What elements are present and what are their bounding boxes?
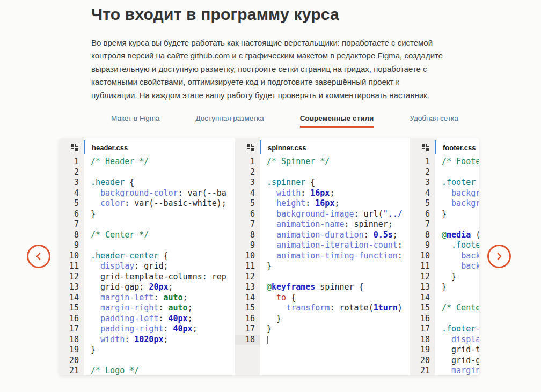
grid-icon[interactable] <box>422 144 430 152</box>
line-number: 6 <box>59 209 84 220</box>
line-number: 10 <box>59 251 84 262</box>
tab-1[interactable]: Макет в Figma <box>111 114 159 128</box>
code-area[interactable]: footer.css/* Foote.footer backgr backgr}… <box>435 138 479 375</box>
file-name: spinner.css <box>268 144 306 152</box>
line-number: 1 <box>410 157 435 167</box>
code-line: to { <box>260 293 410 304</box>
line-number: 17 <box>235 324 260 335</box>
line-number: 2 <box>410 167 435 178</box>
line-number: 4 <box>235 188 260 199</box>
line-number: 13 <box>235 282 260 293</box>
line-number: 19 <box>59 345 84 356</box>
line-number: 7 <box>235 219 260 230</box>
code-area[interactable]: spinner.css/* Spinner */.spinner { width… <box>260 138 410 375</box>
course-description: Во время курса вы будете работать как на… <box>91 36 443 102</box>
code-line <box>435 293 479 304</box>
grid-icon[interactable] <box>247 144 255 152</box>
code-line: } <box>260 261 410 272</box>
line-number: 2 <box>235 167 260 178</box>
line-number: 16 <box>410 314 435 324</box>
code-line: animation-name: spinner; <box>260 219 410 230</box>
code-line: color: var(--basic-white); <box>84 198 235 209</box>
code-editor-slide-footer.css: 123456789101112131415161718192021footer.… <box>410 138 479 375</box>
code-line: } <box>435 209 479 220</box>
code-line <box>260 167 410 178</box>
code-line: @media ( <box>435 230 479 241</box>
code-line: backgr <box>435 198 479 209</box>
line-number: 18 <box>59 335 84 345</box>
grid-icon[interactable] <box>71 144 79 152</box>
code-line: /* Foote <box>435 157 479 167</box>
code-line: padding-left: 40px; <box>84 314 235 324</box>
line-number: 9 <box>59 240 84 251</box>
code-line: back <box>435 261 479 272</box>
code-line: } <box>260 314 410 324</box>
line-number-gutter: 123456789101112131415161718192021 <box>410 138 435 375</box>
tab-4[interactable]: Удобная сетка <box>410 114 458 128</box>
code-line: grid-g <box>435 356 479 366</box>
code-line: /* Spinner */ <box>260 157 410 167</box>
line-number: 20 <box>410 356 435 366</box>
code-line: /* Header */ <box>84 157 235 167</box>
line-number: 8 <box>59 230 84 241</box>
tab-2[interactable]: Доступная разметка <box>195 114 264 128</box>
file-tab[interactable]: header.css <box>84 138 235 157</box>
line-number: 18 <box>410 335 435 345</box>
code-line <box>84 240 235 251</box>
code-line: transform: rotate(1turn) <box>260 303 410 314</box>
code-line: grid-gap: 20px; <box>84 282 235 293</box>
code-line: display: grid; <box>84 261 235 272</box>
code-line: margin-left: auto; <box>84 293 235 304</box>
line-number: 3 <box>410 177 435 188</box>
code-line: animation-iteration-count: <box>260 240 410 251</box>
line-number: 14 <box>410 293 435 304</box>
line-number: 12 <box>235 272 260 283</box>
carousel-next-button[interactable] <box>487 245 511 268</box>
code-line <box>84 219 235 230</box>
code-line: grid-template-columns: rep <box>84 272 235 283</box>
code-line <box>435 314 479 324</box>
line-number: 3 <box>59 177 84 188</box>
active-file-indicator <box>435 140 436 154</box>
line-number: 3 <box>235 177 260 188</box>
line-number: 8 <box>235 230 260 241</box>
code-line: margin <box>435 366 479 375</box>
file-tab[interactable]: footer.css <box>435 138 479 157</box>
code-line: width: 1020px; <box>84 335 235 345</box>
code-line: /* Cente <box>435 303 479 314</box>
code-line: .spinner { <box>260 177 410 188</box>
code-area[interactable]: header.css/* Header */.header { backgrou… <box>84 138 235 375</box>
line-number: 7 <box>59 219 84 230</box>
line-number: 18 <box>235 335 260 345</box>
file-tab[interactable]: spinner.css <box>260 138 410 157</box>
line-number: 6 <box>235 209 260 220</box>
code-line: height: 16px; <box>260 198 410 209</box>
code-line: padding-right: 40px; <box>84 324 235 335</box>
line-number: 17 <box>410 324 435 335</box>
code-line: } <box>260 324 410 335</box>
code-line: background-color: var(--ba <box>84 188 235 199</box>
line-number: 9 <box>235 240 260 251</box>
line-number: 8 <box>410 230 435 241</box>
course-program-section: Что входит в программу курса Во время ку… <box>91 5 445 102</box>
tab-3[interactable]: Современные стили <box>300 114 374 128</box>
code-line <box>260 272 410 283</box>
line-number: 16 <box>235 314 260 324</box>
line-number: 21 <box>410 366 435 375</box>
code-line: /* Center */ <box>84 230 235 241</box>
file-name: footer.css <box>443 144 476 152</box>
line-number: 7 <box>410 219 435 230</box>
chevron-left-icon <box>34 252 43 261</box>
line-number: 1 <box>235 157 260 167</box>
line-number: 4 <box>59 188 84 199</box>
line-number: 15 <box>59 303 84 314</box>
text-cursor <box>267 336 268 344</box>
carousel-prev-button[interactable] <box>27 245 50 268</box>
line-number: 9 <box>410 240 435 251</box>
code-line: animation-duration: 0.5s; <box>260 230 410 241</box>
line-number: 10 <box>410 251 435 262</box>
code-carousel: 123456789101112131415161718192021header.… <box>59 138 479 375</box>
line-number: 21 <box>59 366 84 375</box>
code-line: } <box>84 345 235 356</box>
line-number: 19 <box>410 345 435 356</box>
